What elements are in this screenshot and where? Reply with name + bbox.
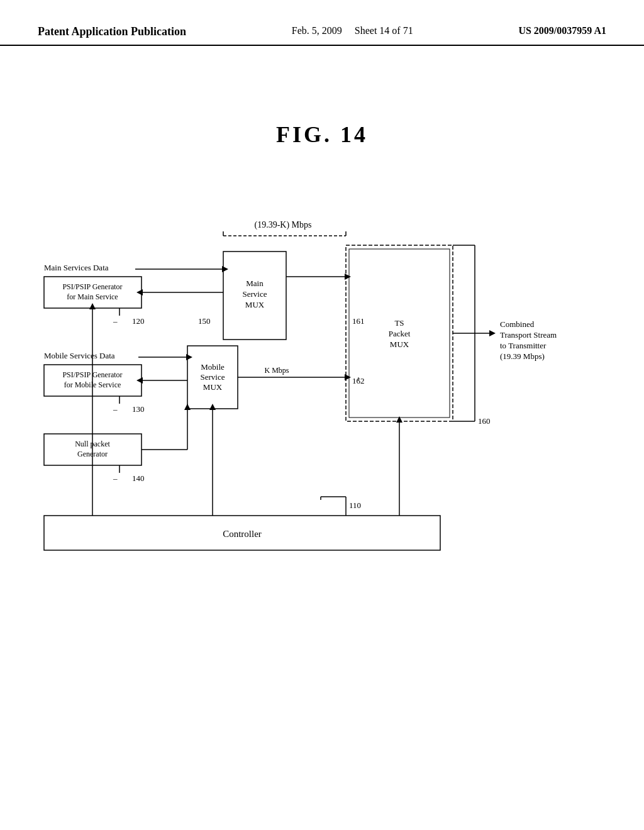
ts-label3: MUX xyxy=(390,340,409,349)
ref-160: 160 xyxy=(478,416,491,426)
combined-label2: Transport Stream xyxy=(500,330,557,340)
ref-161: 161 xyxy=(352,316,365,326)
ts-label2: Packet xyxy=(389,329,411,338)
svg-marker-31 xyxy=(89,303,96,309)
sheet-info: Sheet 14 of 71 xyxy=(355,25,413,36)
svg-marker-6 xyxy=(136,289,143,296)
svg-marker-23 xyxy=(489,330,496,336)
svg-marker-33 xyxy=(209,404,216,410)
main-mux-label2: Service xyxy=(243,289,267,299)
ref-140: 140 xyxy=(132,473,145,483)
psi-main-label2: for Main Service xyxy=(67,292,118,301)
patent-number: US 2009/0037959 A1 xyxy=(518,25,606,36)
combined-label1: Combined xyxy=(500,319,535,329)
pub-date: Feb. 5, 2009 xyxy=(292,25,342,36)
ts-label1: TS xyxy=(394,318,404,328)
header-center: Feb. 5, 2009 Sheet 14 of 71 xyxy=(292,25,413,36)
combined-label3: to Transmitter xyxy=(500,341,547,350)
diagram: (19.39-K) Mbps Main Services Data PSI/PS… xyxy=(38,214,604,604)
ref-110: 110 xyxy=(349,501,361,510)
page-header: Patent Application Publication Feb. 5, 2… xyxy=(0,0,644,46)
figure-title: FIG. 14 xyxy=(0,121,644,148)
svg-marker-13 xyxy=(136,377,143,384)
psi-main-label1: PSI/PSIP Generator xyxy=(62,282,122,291)
main-services-data-label: Main Services Data xyxy=(44,263,109,272)
ref-130-dash: – xyxy=(113,404,118,414)
mobile-services-data-label: Mobile Services Data xyxy=(44,351,115,360)
svg-marker-20 xyxy=(184,404,191,410)
mobile-mux-label2: Service xyxy=(201,372,225,382)
controller-label: Controller xyxy=(223,529,262,539)
publication-title: Patent Application Publication xyxy=(38,25,186,38)
ref-150: 150 xyxy=(198,316,211,326)
ref-120: 120 xyxy=(132,316,145,326)
bandwidth-label: (19.39-K) Mbps xyxy=(255,220,312,230)
ref-120-dash: – xyxy=(113,316,118,326)
ref-130: 130 xyxy=(132,404,145,414)
mobile-mux-label1: Mobile xyxy=(201,362,225,372)
combined-label4: (19.39 Mbps) xyxy=(500,351,545,361)
ref-140-dash: – xyxy=(113,473,118,483)
mobile-mux-label3: MUX xyxy=(203,382,223,392)
main-mux-label1: Main xyxy=(246,279,264,288)
main-mux-label3: MUX xyxy=(245,300,265,309)
k-mbps-label: K Mbps xyxy=(264,366,289,375)
